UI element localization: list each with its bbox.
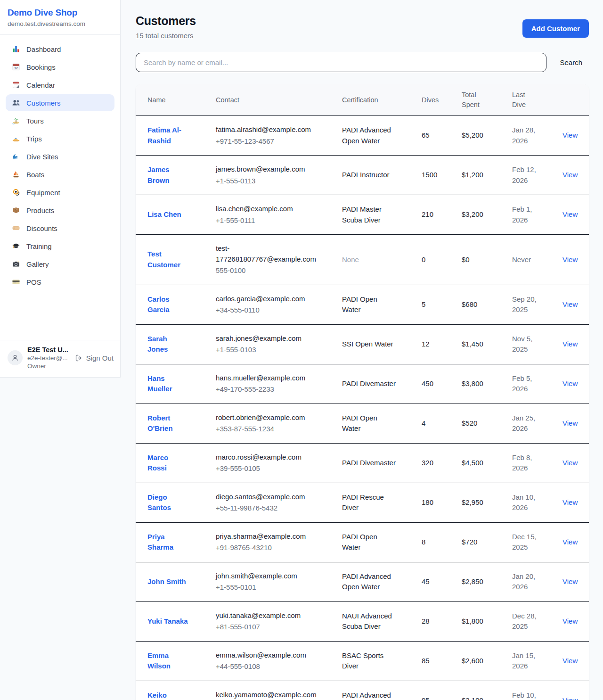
sidebar-item-pos[interactable]: POS bbox=[6, 273, 114, 290]
customer-phone: +1-555-0103 bbox=[216, 345, 326, 355]
customer-certification: PADI Rescue Diver bbox=[342, 492, 398, 513]
customer-total-spent: $720 bbox=[450, 522, 500, 562]
sidebar-nav: Dashboard 17 Bookings Calendar Customers… bbox=[0, 35, 120, 290]
customer-name-link[interactable]: Hans Mueller bbox=[147, 373, 189, 395]
page-title: Customers bbox=[136, 14, 196, 28]
sidebar-item-trips[interactable]: Trips bbox=[6, 130, 114, 147]
customer-name-link[interactable]: Sarah Jones bbox=[147, 334, 189, 355]
speedboat-icon bbox=[12, 134, 20, 143]
shop-domain: demo.test.divestreams.com bbox=[8, 20, 113, 27]
customer-certification: None bbox=[342, 255, 398, 265]
sidebar-item-equipment[interactable]: Equipment bbox=[6, 184, 114, 201]
sign-out-button[interactable]: Sign Out bbox=[75, 354, 114, 362]
table-row: Carlos Garcia carlos.garcia@example.com … bbox=[136, 285, 589, 324]
sidebar-item-label: Equipment bbox=[26, 189, 60, 197]
view-link[interactable]: View bbox=[562, 498, 578, 506]
customer-dives: 65 bbox=[410, 116, 450, 156]
view-link[interactable]: View bbox=[562, 210, 578, 218]
sidebar-item-gallery[interactable]: Gallery bbox=[6, 255, 114, 272]
customer-total-spent: $2,950 bbox=[450, 483, 500, 522]
table-row: Robert O'Brien robert.obrien@example.com… bbox=[136, 404, 589, 443]
view-link[interactable]: View bbox=[562, 340, 578, 348]
view-link[interactable]: View bbox=[562, 538, 578, 546]
customer-total-spent: $520 bbox=[450, 404, 500, 443]
sidebar-item-boats[interactable]: Boats bbox=[6, 166, 114, 183]
customer-last-dive: Jan 10, 2026 bbox=[512, 492, 539, 513]
table-row: Lisa Chen lisa.chen@example.com +1-555-0… bbox=[136, 195, 589, 235]
customer-name-link[interactable]: Emma Wilson bbox=[147, 651, 189, 672]
view-link[interactable]: View bbox=[562, 300, 578, 308]
dive-mask-icon bbox=[12, 188, 20, 197]
customer-last-dive: Nov 5, 2025 bbox=[512, 334, 539, 355]
view-link[interactable]: View bbox=[562, 577, 578, 585]
customer-total-spent: $2,850 bbox=[450, 562, 500, 601]
sidebar-item-customers[interactable]: Customers bbox=[6, 94, 114, 111]
table-header-row: NameContactCertificationDivesTotal Spent… bbox=[136, 84, 589, 116]
customer-name-link[interactable]: Priya Sharma bbox=[147, 532, 189, 553]
customer-name-link[interactable]: Carlos Garcia bbox=[147, 294, 189, 315]
customer-dives: 1500 bbox=[410, 156, 450, 195]
sidebar-item-label: Dive Sites bbox=[26, 153, 58, 161]
view-link[interactable]: View bbox=[562, 459, 578, 467]
customer-email: james.brown@example.com bbox=[216, 164, 318, 175]
customer-last-dive: Feb 5, 2026 bbox=[512, 373, 539, 395]
customer-name-link[interactable]: Lisa Chen bbox=[147, 209, 181, 220]
sidebar-item-label: Gallery bbox=[26, 260, 49, 268]
search-input[interactable] bbox=[136, 53, 546, 72]
customer-name-link[interactable]: James Brown bbox=[147, 165, 189, 186]
customer-phone: +353-87-555-1234 bbox=[216, 424, 326, 435]
shop-name[interactable]: Demo Dive Shop bbox=[8, 8, 113, 18]
customer-email: priya.sharma@example.com bbox=[216, 531, 318, 542]
customer-name-link[interactable]: Fatima Al-Rashid bbox=[147, 125, 189, 146]
view-link[interactable]: View bbox=[562, 419, 578, 427]
customer-email: robert.obrien@example.com bbox=[216, 412, 318, 423]
customer-dives: 450 bbox=[410, 364, 450, 404]
customer-name-link[interactable]: Yuki Tanaka bbox=[147, 616, 188, 627]
customer-total-spent: $680 bbox=[450, 285, 500, 324]
table-row: Diego Santos diego.santos@example.com +5… bbox=[136, 483, 589, 522]
sidebar-item-products[interactable]: Products bbox=[6, 202, 114, 219]
customer-name-link[interactable]: Keiko Yamamoto bbox=[147, 690, 189, 700]
customer-count: 15 total customers bbox=[136, 32, 196, 40]
user-meta: E2E Test U... e2e-tester@... Owner bbox=[27, 346, 70, 370]
view-link[interactable]: View bbox=[562, 617, 578, 625]
sidebar-item-training[interactable]: Training bbox=[6, 238, 114, 255]
user-icon bbox=[11, 354, 19, 362]
user-footer: E2E Test U... e2e-tester@... Owner Sign … bbox=[0, 340, 120, 377]
sidebar-item-label: Trips bbox=[26, 135, 42, 143]
view-link[interactable]: View bbox=[562, 171, 578, 179]
sidebar-item-bookings[interactable]: 17 Bookings bbox=[6, 58, 114, 75]
package-icon bbox=[12, 206, 20, 214]
customer-email: test-1772681807767@example.com bbox=[216, 243, 318, 264]
credit-card-icon bbox=[12, 278, 20, 286]
customer-dives: 0 bbox=[410, 235, 450, 285]
customer-dives: 8 bbox=[410, 522, 450, 562]
view-link[interactable]: View bbox=[562, 255, 578, 264]
view-link[interactable]: View bbox=[562, 379, 578, 387]
sign-out-icon bbox=[75, 354, 83, 362]
customer-last-dive: Dec 28, 2025 bbox=[512, 611, 539, 632]
view-link[interactable]: View bbox=[562, 657, 578, 665]
camera-icon bbox=[12, 260, 20, 268]
customer-dives: 85 bbox=[410, 641, 450, 681]
customer-name-link[interactable]: John Smith bbox=[147, 576, 186, 587]
user-role: Owner bbox=[27, 362, 70, 370]
view-link[interactable]: View bbox=[562, 696, 578, 700]
sidebar-item-tours[interactable]: Tours bbox=[6, 112, 114, 129]
sidebar-item-dashboard[interactable]: Dashboard bbox=[6, 41, 114, 58]
add-customer-button[interactable]: Add Customer bbox=[522, 19, 589, 38]
sidebar-item-calendar[interactable]: Calendar bbox=[6, 76, 114, 93]
customer-name-link[interactable]: Test Customer bbox=[147, 249, 189, 270]
sidebar-item-label: Calendar bbox=[26, 81, 55, 89]
customer-name-link[interactable]: Marco Rossi bbox=[147, 453, 189, 474]
customer-last-dive: Dec 15, 2025 bbox=[512, 532, 539, 553]
customer-last-dive: Feb 10, 2026 bbox=[512, 690, 539, 700]
column-header bbox=[551, 84, 589, 116]
sidebar-item-discounts[interactable]: Discounts bbox=[6, 220, 114, 237]
customer-name-link[interactable]: Diego Santos bbox=[147, 492, 189, 513]
svg-text:17: 17 bbox=[14, 66, 18, 70]
sidebar-item-dive-sites[interactable]: Dive Sites bbox=[6, 148, 114, 165]
search-button[interactable]: Search bbox=[553, 55, 589, 70]
customer-name-link[interactable]: Robert O'Brien bbox=[147, 413, 189, 434]
view-link[interactable]: View bbox=[562, 131, 578, 139]
